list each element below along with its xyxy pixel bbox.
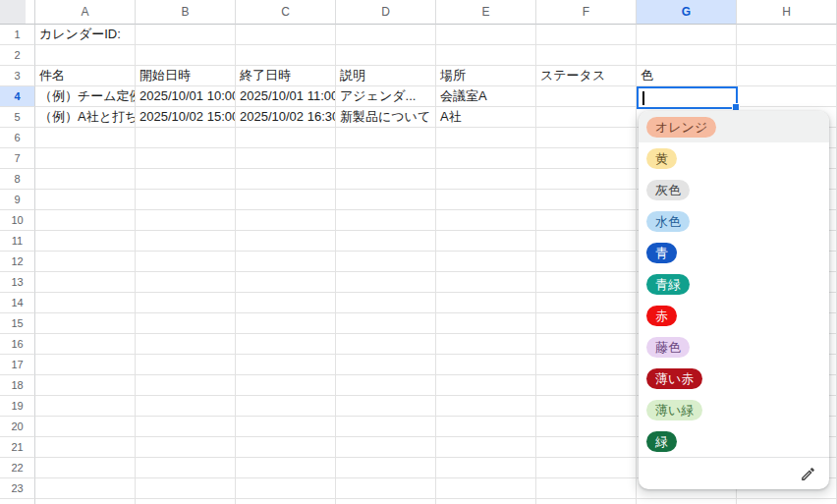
cell-B15[interactable] [136, 313, 236, 334]
edit-dropdown-button[interactable] [799, 465, 816, 482]
cell-D8[interactable] [336, 169, 436, 190]
row-header-20[interactable]: 20 [0, 417, 35, 437]
row-header-21[interactable]: 21 [0, 437, 35, 458]
cell-D3[interactable]: 説明 [336, 66, 436, 86]
column-header-G[interactable]: G [637, 0, 737, 25]
cell-E7[interactable] [436, 148, 536, 169]
cell-B3[interactable]: 開始日時 [136, 66, 236, 86]
cell-B10[interactable] [136, 210, 236, 231]
column-header-H[interactable]: H [737, 0, 837, 25]
cell-D17[interactable] [336, 355, 436, 375]
cell-E14[interactable] [436, 293, 536, 313]
cell-A9[interactable] [35, 190, 136, 210]
cell-F5[interactable] [536, 107, 637, 128]
cell-D16[interactable] [336, 334, 436, 355]
cell-A17[interactable] [35, 355, 136, 375]
cell-A7[interactable] [35, 148, 136, 169]
cell-C24[interactable] [236, 499, 336, 504]
color-option-藤色[interactable]: 藤色 [639, 331, 829, 363]
cell-B13[interactable] [136, 272, 236, 293]
row-header-17[interactable]: 17 [0, 355, 35, 375]
row-header-2[interactable]: 2 [0, 45, 35, 66]
cell-D4[interactable]: アジェンダ... [336, 86, 436, 107]
column-header-E[interactable]: E [436, 0, 536, 25]
cell-A2[interactable] [35, 45, 136, 66]
cell-D13[interactable] [336, 272, 436, 293]
color-option-水色[interactable]: 水色 [639, 205, 829, 237]
cell-C14[interactable] [236, 293, 336, 313]
column-header-A[interactable]: A [35, 0, 136, 25]
cell-C9[interactable] [236, 190, 336, 210]
row-header-19[interactable]: 19 [0, 396, 35, 417]
cell-F21[interactable] [536, 437, 637, 458]
cell-C8[interactable] [236, 169, 336, 190]
cell-C16[interactable] [236, 334, 336, 355]
cell-E12[interactable] [436, 252, 536, 272]
cell-E11[interactable] [436, 231, 536, 252]
cell-D21[interactable] [336, 437, 436, 458]
cell-B5[interactable]: 2025/10/02 15:00 [136, 107, 236, 128]
active-cell-g4[interactable] [637, 86, 738, 109]
cell-A19[interactable] [35, 396, 136, 417]
cell-B19[interactable] [136, 396, 236, 417]
cell-F16[interactable] [536, 334, 637, 355]
cell-D23[interactable] [336, 478, 436, 499]
cell-A11[interactable] [35, 231, 136, 252]
cell-B22[interactable] [136, 458, 236, 478]
row-header-18[interactable]: 18 [0, 375, 35, 396]
cell-F3[interactable]: ステータス [536, 66, 637, 86]
cell-A3[interactable]: 件名 [35, 66, 136, 86]
cell-F11[interactable] [536, 231, 637, 252]
color-option-青[interactable]: 青 [639, 237, 829, 268]
cell-F18[interactable] [536, 375, 637, 396]
cell-H3[interactable] [737, 66, 837, 86]
cell-C5[interactable]: 2025/10/02 16:30 [236, 107, 336, 128]
color-option-黄[interactable]: 黄 [639, 142, 829, 174]
cell-B24[interactable] [136, 499, 236, 504]
row-header-14[interactable]: 14 [0, 293, 35, 313]
cell-E15[interactable] [436, 313, 536, 334]
cell-D12[interactable] [336, 252, 436, 272]
cell-A21[interactable] [35, 437, 136, 458]
cell-F1[interactable] [536, 25, 637, 45]
color-option-緑[interactable]: 緑 [639, 425, 829, 457]
cell-C11[interactable] [236, 231, 336, 252]
cell-B6[interactable] [136, 128, 236, 148]
cell-E24[interactable] [436, 499, 536, 504]
row-header-10[interactable]: 10 [0, 210, 35, 231]
cell-D5[interactable]: 新製品について [336, 107, 436, 128]
cell-C17[interactable] [236, 355, 336, 375]
cell-G1[interactable] [637, 25, 737, 45]
cell-D24[interactable] [336, 499, 436, 504]
cell-F23[interactable] [536, 478, 637, 499]
cell-A1[interactable]: カレンダーID: [35, 25, 136, 45]
cell-E6[interactable] [436, 128, 536, 148]
row-header-22[interactable]: 22 [0, 458, 35, 478]
cell-C21[interactable] [236, 437, 336, 458]
cell-F19[interactable] [536, 396, 637, 417]
color-option-灰色[interactable]: 灰色 [639, 174, 829, 205]
cell-F6[interactable] [536, 128, 637, 148]
cell-B14[interactable] [136, 293, 236, 313]
cell-D2[interactable] [336, 45, 436, 66]
cell-F7[interactable] [536, 148, 637, 169]
cell-F14[interactable] [536, 293, 637, 313]
row-header-3[interactable]: 3 [0, 66, 35, 86]
cell-E22[interactable] [436, 458, 536, 478]
cell-E4[interactable]: 会議室A [436, 86, 536, 107]
cell-C15[interactable] [236, 313, 336, 334]
row-header-15[interactable]: 15 [0, 313, 35, 334]
cell-A6[interactable] [35, 128, 136, 148]
row-header-12[interactable]: 12 [0, 252, 35, 272]
cell-E18[interactable] [436, 375, 536, 396]
cell-F15[interactable] [536, 313, 637, 334]
cell-H1[interactable] [737, 25, 837, 45]
cell-B2[interactable] [136, 45, 236, 66]
color-option-青緑[interactable]: 青緑 [639, 268, 829, 300]
cell-A20[interactable] [35, 417, 136, 437]
cell-C3[interactable]: 終了日時 [236, 66, 336, 86]
cell-D9[interactable] [336, 190, 436, 210]
cell-B7[interactable] [136, 148, 236, 169]
row-header-1[interactable]: 1 [0, 25, 35, 45]
cell-F8[interactable] [536, 169, 637, 190]
